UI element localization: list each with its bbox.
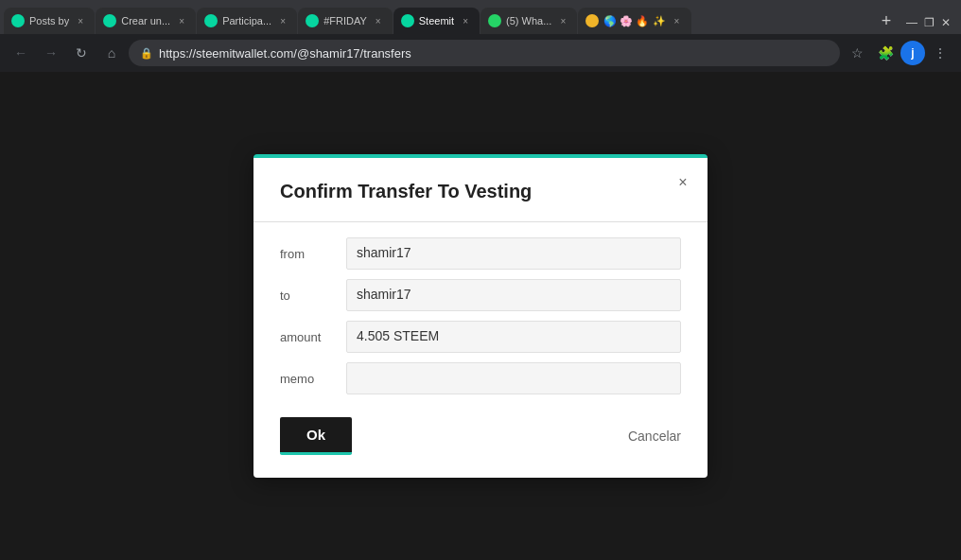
- tab-steemit-close[interactable]: ×: [459, 14, 472, 27]
- field-label-from: from: [280, 247, 346, 261]
- tab-whatsapp[interactable]: (5) Wha...×: [480, 8, 577, 34]
- tab-partici-close[interactable]: ×: [276, 14, 289, 27]
- close-window-button[interactable]: ✕: [938, 15, 953, 30]
- tab-crear-label: Crear un...: [121, 15, 170, 26]
- ok-button[interactable]: Ok: [280, 417, 352, 455]
- tab-steemit-label: Steemit: [419, 15, 454, 26]
- address-bar[interactable]: 🔒 https://steemitwallet.com/@shamir17/tr…: [129, 40, 840, 66]
- browser-window: Posts by×Crear un...×Participa...×#FRIDA…: [0, 0, 961, 560]
- tab-posts-label: Posts by: [29, 15, 69, 26]
- bookmark-star-button[interactable]: ☆: [844, 40, 870, 66]
- tab-friday-favicon: [306, 14, 319, 27]
- field-value-memo: [346, 362, 681, 394]
- cancel-button[interactable]: Cancelar: [628, 429, 681, 444]
- dialog-field-memo: memo: [280, 362, 681, 394]
- field-value-from: shamir17: [346, 237, 681, 270]
- tab-whatsapp-favicon: [488, 14, 501, 27]
- dialog-field-from: fromshamir17: [280, 237, 681, 270]
- tab-crear[interactable]: Crear un...×: [96, 8, 196, 34]
- tab-emoji-favicon: [585, 14, 599, 27]
- field-value-amount: 4.505 STEEM: [346, 321, 681, 353]
- reload-button[interactable]: ↻: [68, 40, 95, 66]
- tab-partici[interactable]: Participa...×: [197, 8, 297, 34]
- tab-steemit-favicon: [401, 14, 414, 27]
- forward-button[interactable]: →: [38, 40, 64, 66]
- dialog-divider: [253, 221, 708, 222]
- dialog-fields: fromshamir17toshamir17amount4.505 STEEMm…: [280, 237, 681, 394]
- tab-friday[interactable]: #FRIDAY×: [298, 8, 393, 34]
- home-button[interactable]: ⌂: [98, 40, 125, 66]
- dialog-actions: Ok Cancelar: [280, 417, 681, 455]
- tab-crear-favicon: [103, 14, 116, 27]
- field-label-memo: memo: [280, 372, 346, 386]
- address-bar-row: ← → ↻ ⌂ 🔒 https://steemitwallet.com/@sha…: [0, 34, 961, 72]
- back-button[interactable]: ←: [8, 40, 34, 66]
- dialog-title: Confirm Transfer To Vesting: [280, 181, 681, 202]
- minimize-button[interactable]: —: [904, 15, 919, 30]
- extensions-button[interactable]: 🧩: [872, 40, 899, 66]
- tab-friday-close[interactable]: ×: [372, 14, 385, 27]
- tab-emoji[interactable]: 🌎 🌸 🔥 ✨×: [578, 8, 690, 34]
- confirm-dialog: Confirm Transfer To Vesting × fromshamir…: [253, 154, 708, 478]
- tab-partici-favicon: [204, 14, 218, 27]
- profile-button[interactable]: j: [900, 41, 925, 65]
- menu-button[interactable]: ⋮: [927, 40, 953, 66]
- tab-steemit[interactable]: Steemit×: [393, 8, 480, 34]
- dialog-field-to: toshamir17: [280, 279, 681, 311]
- lock-icon: 🔒: [140, 47, 153, 60]
- tab-emoji-label: 🌎 🌸 🔥 ✨: [603, 15, 665, 27]
- tab-emoji-close[interactable]: ×: [671, 14, 684, 27]
- field-value-to: shamir17: [346, 279, 681, 311]
- page-content: Confirm Transfer To Vesting × fromshamir…: [0, 72, 961, 560]
- field-label-to: to: [280, 289, 346, 303]
- maximize-button[interactable]: ❐: [921, 15, 936, 30]
- tab-whatsapp-label: (5) Wha...: [506, 15, 551, 26]
- tab-whatsapp-close[interactable]: ×: [556, 14, 569, 27]
- dialog-close-button[interactable]: ×: [673, 173, 692, 192]
- tab-crear-close[interactable]: ×: [175, 14, 188, 27]
- tab-posts[interactable]: Posts by×: [4, 8, 95, 34]
- tab-posts-favicon: [11, 14, 25, 27]
- tab-bar: Posts by×Crear un...×Participa...×#FRIDA…: [0, 0, 961, 34]
- tab-partici-label: Participa...: [222, 15, 271, 26]
- field-label-amount: amount: [280, 330, 346, 344]
- tab-posts-close[interactable]: ×: [74, 14, 87, 27]
- tab-friday-label: #FRIDAY: [323, 15, 367, 26]
- dialog-field-amount: amount4.505 STEEM: [280, 321, 681, 353]
- browser-chrome: Posts by×Crear un...×Participa...×#FRIDA…: [0, 0, 961, 72]
- address-text: https://steemitwallet.com/@shamir17/tran…: [159, 46, 829, 61]
- new-tab-button[interactable]: +: [873, 8, 900, 34]
- toolbar-right: ☆ 🧩 j ⋮: [844, 40, 953, 66]
